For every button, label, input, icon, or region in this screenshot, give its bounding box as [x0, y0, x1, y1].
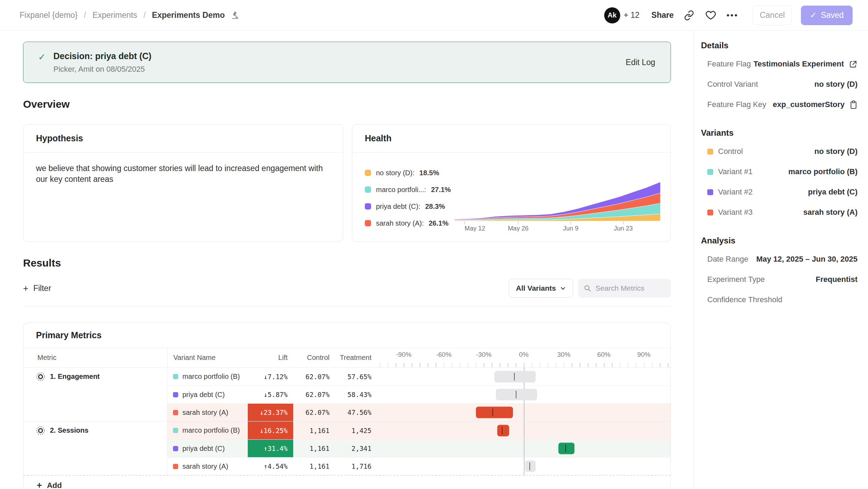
- variant-name: sarah story (A): [182, 409, 228, 417]
- sidebar-row-label-text: Feature Flag: [707, 59, 751, 69]
- breadcrumb-item[interactable]: Experiments: [93, 10, 137, 20]
- control-value-cell: 1,161: [293, 421, 335, 439]
- variant-cell[interactable]: priya debt (C): [167, 439, 248, 457]
- lift-axis-header: -90%-60%-30%0%30%60%90%: [377, 348, 671, 367]
- treatment-value-cell: 1,425: [335, 421, 377, 439]
- lift-axis-minor-tick: [460, 363, 461, 367]
- lift-axis-minor-tick: [436, 363, 436, 367]
- sidebar-row-value: May 12, 2025 – Jun 30, 2025: [756, 255, 858, 264]
- sidebar-row-value: no story (D): [815, 80, 858, 89]
- variant-cell[interactable]: marco portfolio (B): [167, 368, 248, 385]
- lift-axis-minor-tick: [500, 363, 500, 367]
- ci-mean-tick: [502, 427, 502, 434]
- sidebar-row-label-text: Variant #2: [718, 187, 753, 197]
- plus-icon: +: [37, 480, 42, 489]
- sidebar-row: Date RangeMay 12, 2025 – Jun 30, 2025: [701, 249, 858, 269]
- lift-axis-minor-tick: [388, 363, 389, 367]
- metric-name-cell[interactable]: 2. Sessions: [23, 421, 167, 439]
- metric-name-cell-empty: [23, 385, 167, 403]
- confidence-interval-bar: [494, 371, 536, 382]
- lift-axis-minor-tick: [420, 363, 420, 367]
- confidence-interval-cell: [377, 457, 671, 475]
- lift-axis-minor-tick: [428, 363, 428, 367]
- zero-axis-line: [524, 421, 525, 439]
- variant-swatch: [173, 392, 178, 397]
- lift-axis-minor-tick: [556, 363, 557, 367]
- variant-cell[interactable]: sarah story (A): [167, 403, 248, 421]
- add-label: Add: [47, 481, 62, 489]
- legend-swatch: [365, 170, 371, 176]
- overview-heading: Overview: [23, 98, 671, 110]
- lift-value-cell: ↓5.87%: [248, 385, 293, 403]
- add-filter-button[interactable]: + Filter: [23, 283, 51, 294]
- lift-axis-minor-tick: [628, 363, 629, 367]
- variant-name: marco portfolio (B): [182, 373, 240, 381]
- lift-axis-minor-tick: [468, 363, 469, 367]
- sidebar-row: Variant #3sarah story (A): [701, 202, 858, 222]
- hypothesis-card-title: Hypothesis: [23, 125, 343, 153]
- variant-swatch: [173, 374, 178, 379]
- saved-button[interactable]: ✓ Saved: [801, 6, 853, 25]
- sidebar-row-label: Feature Flag: [707, 59, 751, 69]
- sidebar-row-label: Confidence Threshold: [707, 295, 782, 304]
- variant-cell[interactable]: marco portfolio (B): [167, 421, 248, 439]
- lift-axis-tick-label: 60%: [597, 351, 610, 359]
- metric-group: 2. Sessionsmarco portfolio (B)↓16.25%1,1…: [23, 421, 671, 475]
- confidence-interval-cell: [377, 368, 671, 385]
- metric-name: 2. Sessions: [50, 426, 88, 434]
- plus-icon: +: [23, 283, 28, 294]
- sidebar-row-value: marco portfolio (B): [788, 167, 858, 176]
- cancel-button[interactable]: Cancel: [753, 6, 792, 25]
- variant-swatch: [173, 464, 178, 469]
- sidebar-row-label-text: Control Variant: [707, 80, 758, 89]
- confidence-interval-bar: [497, 425, 509, 436]
- avatar[interactable]: Ak: [604, 7, 620, 23]
- more-options-icon[interactable]: •••: [726, 9, 739, 22]
- search-metrics-input[interactable]: [595, 284, 662, 292]
- collaborators-count[interactable]: + 12: [624, 10, 639, 20]
- lift-axis-minor-tick: [396, 363, 396, 367]
- sidebar-section-variants: VariantsControlno story (D)Variant #1mar…: [701, 128, 858, 222]
- legend-value: 27.1%: [431, 186, 451, 194]
- add-metric-button[interactable]: + Add: [23, 475, 671, 489]
- variant-cell[interactable]: sarah story (A): [167, 457, 248, 475]
- sidebar-row-label-text: Feature Flag Key: [707, 100, 766, 109]
- lift-axis-minor-tick: [412, 363, 412, 367]
- lift-axis-minor-tick: [604, 363, 605, 367]
- lift-axis-minor-tick: [580, 363, 580, 367]
- sidebar-row: Control Variantno story (D): [701, 74, 858, 94]
- metric-name-cell-empty: [23, 439, 167, 457]
- breadcrumb-item[interactable]: Fixpanel {demo}: [20, 10, 78, 20]
- metrics-search[interactable]: [578, 279, 671, 298]
- link-icon[interactable]: [683, 9, 695, 22]
- lift-axis-tick-label: -30%: [476, 351, 491, 359]
- treatment-value-cell: 58.43%: [335, 385, 377, 403]
- metric-name-cell[interactable]: 1. Engagement: [23, 368, 167, 385]
- lift-value-cell: ↓16.25%: [248, 421, 293, 439]
- external-link-icon[interactable]: [849, 60, 858, 69]
- saved-label: Saved: [821, 10, 844, 20]
- sidebar-section-details: DetailsFeature FlagTestimonials Experime…: [701, 41, 858, 115]
- confidence-interval-bar: [525, 461, 536, 472]
- variant-swatch: [707, 210, 713, 215]
- heart-icon[interactable]: [704, 9, 717, 22]
- clipboard-icon[interactable]: [849, 100, 858, 109]
- x-axis-label: May 26: [508, 225, 528, 232]
- variants-filter-value: All Variants: [516, 284, 556, 292]
- top-bar: Fixpanel {demo}/Experiments/Experiments …: [0, 0, 868, 31]
- lift-axis-minor-tick: [484, 363, 484, 367]
- metric-group: 1. Engagementmarco portfolio (B)↓7.12%62…: [23, 368, 671, 421]
- chevron-down-icon: [560, 285, 566, 291]
- share-button[interactable]: Share: [651, 10, 674, 20]
- variants-filter-dropdown[interactable]: All Variants: [509, 279, 573, 298]
- variant-cell[interactable]: priya debt (C): [167, 385, 248, 403]
- sidebar-row-label: Variant #1: [707, 167, 753, 176]
- legend-label: priya debt (C):: [376, 203, 420, 211]
- edit-log-button[interactable]: Edit Log: [626, 58, 655, 67]
- confidence-interval-bar: [558, 443, 574, 454]
- legend-value: 28.3%: [425, 203, 445, 211]
- health-legend-item: no story (D): 18.5%: [365, 164, 453, 181]
- variant-swatch: [707, 189, 713, 195]
- search-icon: [584, 284, 591, 292]
- health-card-title: Health: [352, 125, 671, 153]
